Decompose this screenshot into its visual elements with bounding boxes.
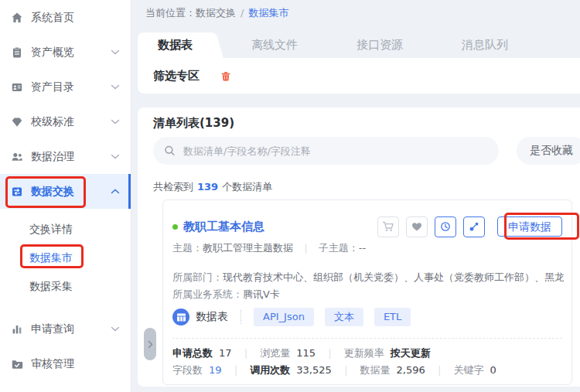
search-icon: [164, 145, 176, 157]
clear-filter-button[interactable]: [221, 71, 230, 81]
sidebar-item-apply-query[interactable]: 申请查询: [0, 312, 131, 346]
sidebar-item-label: 系统首页: [31, 11, 74, 25]
theme-line: 主题：教职工管理主题数据｜子主题：--: [172, 241, 366, 255]
sidebar-item-audit-management[interactable]: 审核管理: [0, 346, 131, 381]
department-value: 现代教育技术中心、组织部（机关党委）、人事处（党委教师工作部）、黑龙江省...: [223, 271, 564, 283]
dotted-divider: [241, 310, 241, 324]
sidebar-item-asset-overview[interactable]: 资产概览: [0, 35, 131, 70]
search-field[interactable]: [182, 145, 488, 158]
filter-zone-title: 筛选专区: [153, 69, 200, 84]
type-label: 数据表: [196, 310, 228, 324]
stat-value-field-count[interactable]: 19: [209, 364, 222, 376]
breadcrumb-current: 数据集市: [248, 7, 288, 19]
sidebar-item-data-governance[interactable]: 数据治理: [0, 139, 131, 174]
subtheme-label: 子主题：: [319, 242, 359, 254]
stat-label: 调用次数: [250, 364, 290, 376]
result-prefix: 共检索到: [153, 181, 193, 193]
subtheme-value: --: [359, 242, 366, 254]
chevron-down-icon: [111, 49, 120, 55]
folder-check-icon: [11, 358, 23, 370]
sidebar-item-system-home[interactable]: 系统首页: [0, 0, 131, 35]
search-input[interactable]: [153, 137, 499, 165]
stat-value: 2,596: [397, 364, 425, 376]
business-system-value: 腾讯V卡: [243, 288, 280, 300]
sidebar-item-label: 审核管理: [31, 357, 74, 371]
chevron-right-icon: [148, 340, 153, 349]
list-card: 清单列表(139) 是否收藏 共检索到139个数据清单 教职工基本信息: [138, 107, 580, 387]
chevron-down-icon: [111, 119, 120, 124]
sidebar-item-asset-catalog[interactable]: 资产目录: [0, 70, 131, 104]
sidebar-item-label: 数据治理: [31, 150, 74, 164]
breadcrumb-prefix: 当前位置：: [145, 7, 196, 19]
sidebar-subitem-label: 数据采集: [29, 280, 73, 294]
data-card: 教职工基本信息 申请数据: [162, 199, 572, 385]
stat-label: 数据量: [360, 364, 391, 376]
gem-icon: [11, 116, 23, 128]
stat-value: 0: [490, 364, 496, 376]
id-card-icon: [11, 81, 23, 94]
theme-label: 主题：: [172, 242, 203, 254]
table-type-icon: [172, 308, 189, 326]
stat-value: 按天更新: [391, 347, 431, 359]
card-action-buttons: 申请数据: [377, 216, 562, 237]
relation-button[interactable]: [463, 216, 485, 237]
sidebar-item-label: 资产目录: [31, 80, 74, 94]
favorite-button[interactable]: [406, 216, 428, 237]
department-line: 所属部门：现代教育技术中心、组织部（机关党委）、人事处（党委教师工作部）、黑龙江…: [172, 271, 564, 285]
business-system-line: 所属业务系统：腾讯V卡: [172, 288, 564, 302]
type-and-tags-row: 数据表 API_Json 文本 ETL: [172, 307, 411, 327]
stats-row-1: 申请总数17｜浏览量115｜更新频率按天更新: [172, 346, 431, 360]
status-dot: [172, 224, 178, 230]
stat-label: 申请总数: [172, 347, 213, 359]
tab-data-table[interactable]: 数据表: [138, 32, 213, 58]
home-icon: [11, 12, 23, 24]
breadcrumb-parent[interactable]: 数据交换: [196, 7, 236, 19]
stat-separator: ｜: [231, 364, 241, 376]
clock-icon: [439, 220, 452, 233]
stat-separator: ｜: [325, 347, 335, 359]
business-system-label: 所属业务系统：: [172, 288, 243, 300]
dashed-divider: [172, 338, 562, 339]
tab-bar: 数据表 离线文件 接口资源 消息队列: [138, 32, 528, 58]
tab-api-resources[interactable]: 接口资源: [336, 32, 423, 58]
tag-etl[interactable]: ETL: [374, 308, 411, 326]
relation-icon: [468, 220, 480, 233]
cart-button[interactable]: [377, 216, 399, 237]
favorite-filter-button[interactable]: 是否收藏: [517, 137, 580, 165]
tab-offline-files[interactable]: 离线文件: [231, 32, 318, 58]
sidebar-collapse-handle[interactable]: [144, 328, 156, 360]
heart-icon: [411, 220, 423, 233]
sidebar-subitem-data-collection[interactable]: 数据采集: [0, 272, 131, 301]
chevron-down-icon: [111, 326, 120, 332]
stat-separator: ｜: [435, 364, 445, 376]
stat-separator: ｜: [241, 347, 251, 359]
stat-value: 33,525: [296, 364, 332, 376]
history-button[interactable]: [435, 216, 456, 237]
sidebar-subitem-label: 数据集市: [29, 251, 73, 265]
exchange-icon: [11, 186, 23, 198]
sidebar-subitem-data-mart[interactable]: 数据集市: [0, 244, 131, 272]
main-content: 当前位置：数据交换/数据集市 数据表 离线文件 接口资源 消息队列 筛选专区 清…: [131, 0, 580, 392]
tag-text[interactable]: 文本: [325, 308, 363, 326]
chevron-up-icon: [111, 189, 120, 194]
stat-label: 更新频率: [344, 347, 384, 359]
trash-icon: [221, 71, 230, 81]
sidebar-item-label: 校级标准: [31, 115, 74, 129]
department-label: 所属部门：: [172, 271, 223, 283]
cart-icon: [382, 220, 394, 233]
sidebar-spacer: [0, 301, 131, 312]
stat-value: 17: [219, 347, 232, 359]
sidebar-item-label: 申请查询: [31, 322, 74, 336]
tag-api-json[interactable]: API_Json: [254, 308, 314, 326]
theme-value: 教职工管理主题数据: [203, 242, 293, 254]
data-card-header: 教职工基本信息 申请数据: [172, 216, 562, 237]
data-card-title-link[interactable]: 教职工基本信息: [183, 220, 264, 234]
sidebar-item-school-standard[interactable]: 校级标准: [0, 104, 131, 139]
apply-data-button[interactable]: 申请数据: [497, 216, 562, 237]
sidebar-subitem-exchange-detail[interactable]: 交换详情: [0, 215, 131, 244]
sidebar: 系统首页 资产概览 资产目录 校级标准 数据治理 数据交换: [0, 0, 131, 392]
result-count-line: 共检索到139个数据清单: [153, 180, 272, 194]
tab-message-queue[interactable]: 消息队列: [442, 32, 528, 58]
sidebar-item-data-exchange[interactable]: 数据交换: [0, 174, 131, 209]
result-count: 139: [197, 181, 218, 193]
